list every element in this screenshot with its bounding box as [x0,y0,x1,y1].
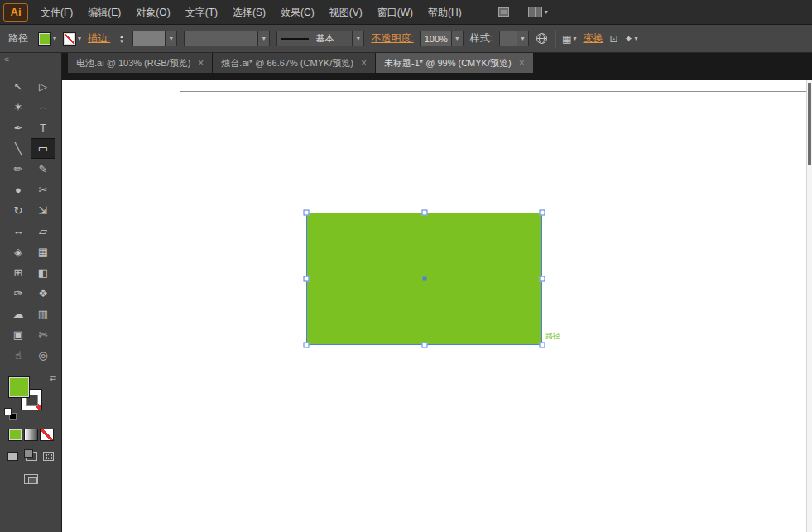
selection-handle-middle-left[interactable] [304,276,310,282]
paintbrush-tool[interactable]: ✏ [6,159,31,180]
perspective-grid-tool[interactable]: ▦ [31,242,55,262]
color-button[interactable] [8,429,22,441]
menu-type[interactable]: 文字(T) [178,0,225,25]
document-tab-battery[interactable]: 电池.ai @ 103% (RGB/预览) × [68,53,213,73]
direct-selection-tool[interactable]: ▷ [31,76,55,97]
scale-tool[interactable]: ⇲ [31,200,55,221]
mesh-tool[interactable]: ⊞ [6,262,31,283]
align-options-button[interactable]: ▦ ▾ [562,33,576,45]
eyedropper-tool[interactable]: ✑ [6,283,31,304]
symbol-sprayer-tool[interactable]: ☁ [6,304,31,324]
opacity-panel-link[interactable]: 不透明度: [371,31,413,46]
draw-inside-icon[interactable] [43,452,54,461]
menu-bar: Ai 文件(F) 编辑(E) 对象(O) 文字(T) 选择(S) 效果(C) 视… [0,0,812,25]
slice-tool[interactable]: ✄ [31,324,55,345]
fill-color-swatch[interactable] [38,32,51,46]
menu-view[interactable]: 视图(V) [322,0,370,25]
stepper-down-icon[interactable]: ▼ [117,39,126,44]
arrange-documents-button[interactable]: ▾ [528,7,548,17]
selection-handle-bottom-left[interactable] [304,343,310,348]
menu-select[interactable]: 选择(S) [225,0,273,25]
dropdown-button[interactable]: ▾ [517,31,528,46]
default-fill-stroke-icon[interactable] [4,408,17,420]
close-icon[interactable]: × [198,58,204,68]
globe-button[interactable] [536,32,548,45]
canvas[interactable]: 路径 [62,80,812,532]
width-tool[interactable]: ↔ [6,221,31,242]
type-tool[interactable]: T [31,117,55,138]
stroke-color-control[interactable]: ▾ [63,32,81,46]
close-icon[interactable]: × [519,58,525,68]
chevron-down-icon: ▾ [170,35,173,42]
menu-file[interactable]: 文件(F) [33,0,80,25]
scissors-tool[interactable]: ✂ [31,180,55,200]
brush-definition-dropdown[interactable]: 基本 ▾ [276,31,364,46]
dropdown-button[interactable]: ▾ [165,31,176,46]
selection-tool[interactable]: ↖ [6,76,31,97]
menu-window[interactable]: 窗口(W) [370,0,420,25]
brush-definition-value: 基本 [312,32,352,45]
pen-tool[interactable]: ✒ [6,117,31,138]
stroke-color-swatch[interactable] [63,32,76,46]
opacity-dropdown[interactable]: 100% ▾ [420,31,464,46]
selection-handle-bottom-center[interactable] [422,343,428,348]
column-graph-tool[interactable]: ▥ [31,304,55,324]
chevron-down-icon[interactable]: ▾ [53,35,56,42]
fill-swatch[interactable] [8,376,30,398]
select-similar-objects-button[interactable]: ✦ ▾ [624,33,637,45]
selection-handle-bottom-right[interactable] [540,343,545,348]
document-tab-untitled[interactable]: 未标题-1* @ 99% (CMYK/预览) × [376,53,534,73]
width-profile-dropdown[interactable]: ▾ [184,31,270,46]
graphic-style-dropdown[interactable]: ▾ [499,31,529,46]
selection-handle-top-right[interactable] [540,210,545,216]
line-segment-tool[interactable]: ╲ [6,138,31,159]
dropdown-button[interactable]: ▾ [257,31,269,46]
selection-handle-middle-right[interactable] [540,276,545,282]
style-label: 样式: [470,31,492,46]
brush-stroke-preview-icon [281,38,309,40]
magic-wand-tool[interactable]: ✶ [6,97,31,117]
isolate-selected-object-button[interactable]: ⊡ [609,33,617,45]
dropdown-button[interactable]: ▾ [352,31,363,46]
document-tab-candlestick[interactable]: 烛台.ai* @ 66.67% (CMYK/预览) × [213,53,376,73]
swap-fill-stroke-icon[interactable]: ⇄ [50,374,56,382]
menu-object[interactable]: 对象(O) [128,0,177,25]
selection-handle-top-left[interactable] [304,210,310,216]
center-anchor-point[interactable] [423,277,427,281]
blob-brush-tool[interactable]: ● [6,180,31,200]
transform-panel-link[interactable]: 变换 [583,31,603,46]
zoom-tool[interactable]: ◎ [31,345,55,366]
shape-builder-tool[interactable]: ◈ [6,242,31,262]
none-button[interactable] [40,429,54,441]
artboard-tool[interactable]: ▣ [6,324,31,345]
collapse-panel-button[interactable]: « [0,53,61,65]
dropdown-button[interactable]: ▾ [451,31,463,46]
stroke-weight-dropdown[interactable]: ▾ [132,31,177,46]
menu-help[interactable]: 帮助(H) [420,0,469,25]
close-icon[interactable]: × [361,58,367,68]
draw-normal-icon[interactable] [7,452,18,461]
rotate-tool[interactable]: ↻ [6,200,31,221]
stroke-panel-link[interactable]: 描边: [88,31,110,46]
fill-color-control[interactable]: ▾ [38,32,56,46]
tab-title: 电池.ai @ 103% (RGB/预览) [76,57,190,69]
separator [555,30,555,48]
menu-edit[interactable]: 编辑(E) [80,0,128,25]
pencil-tool[interactable]: ✎ [31,159,55,180]
go-to-bridge-icon[interactable] [497,7,510,17]
change-screen-mode-icon[interactable] [24,474,38,484]
vertical-scrollbar[interactable] [806,80,812,532]
free-transform-tool[interactable]: ▱ [31,221,55,242]
draw-behind-icon[interactable] [26,452,37,461]
blend-tool[interactable]: ❖ [31,283,55,304]
lasso-tool[interactable]: ⌢ [31,97,55,117]
gradient-button[interactable] [24,429,38,441]
chevron-down-icon[interactable]: ▾ [78,35,81,42]
stroke-weight-stepper[interactable]: ▲ ▼ [117,34,126,44]
rectangle-tool[interactable]: ▭ [31,138,55,159]
selection-handle-top-center[interactable] [422,210,428,216]
menu-effect[interactable]: 效果(C) [273,0,322,25]
scrollbar-thumb[interactable] [808,83,811,165]
hand-tool[interactable]: ☝ [6,345,31,366]
gradient-tool[interactable]: ◧ [31,262,55,283]
